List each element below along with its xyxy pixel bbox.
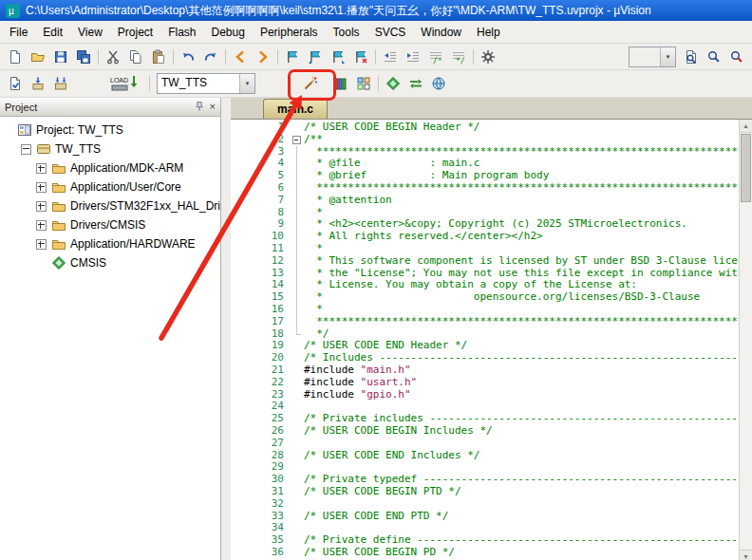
code-text: /* USER CODE BEGIN Includes */ [304,425,493,438]
redo-button[interactable] [199,47,222,67]
paste-button[interactable] [147,47,170,67]
save-button[interactable] [49,47,72,67]
tree-item-application-user-core[interactable]: Application/User/Core [0,177,220,196]
manage-rte-button[interactable] [382,73,404,94]
close-icon[interactable]: × [210,102,216,112]
new-file-button[interactable] [4,47,27,67]
options-for-target-button[interactable] [299,73,322,94]
save-all-icon [76,49,91,65]
pin-icon[interactable] [194,101,205,114]
line-number: 17 [231,316,291,328]
menu-debug[interactable]: Debug [204,22,253,43]
fold-collapse-icon[interactable] [291,134,304,146]
find-in-files-button[interactable] [680,47,703,67]
uvision-window: µ C:\Users\Administrator\Desktop\其他范例啊啊啊… [0,0,752,560]
chevron-down-icon[interactable]: ▼ [239,74,254,93]
fold-margin [291,243,304,255]
file-extensions-icon [333,76,348,91]
toolbar-separator [378,76,379,91]
code-view[interactable]: 1/* USER CODE BEGIN Header */2/**3 *****… [231,120,740,560]
manage-project-items-button[interactable] [352,73,375,94]
fold-margin [291,425,304,438]
tree-item-tw-tts[interactable]: TW_TTS [0,140,220,159]
find-button[interactable] [703,47,725,67]
expand-icon[interactable] [36,239,47,250]
uncomment-selection-button[interactable]: */ [447,47,470,67]
chevron-down-icon[interactable]: ▼ [660,47,675,66]
cut-button[interactable] [102,47,124,67]
line-number: 31 [231,486,291,498]
code-text: * All rights reserved.</center></h2> [304,231,543,243]
menu-peripherals[interactable]: Peripherals [253,22,326,43]
collapse-icon[interactable] [21,144,31,155]
save-all-button[interactable] [72,47,95,67]
load-button[interactable]: LOAD [104,73,146,94]
tree-item-application-hardware[interactable]: Application/HARDWARE [0,234,220,253]
folder-icon [51,179,66,195]
menu-tools[interactable]: Tools [326,22,367,43]
tree-item-label: Drivers/CMSIS [70,218,145,232]
indent-less-button[interactable] [379,47,402,67]
expand-icon[interactable] [36,201,47,212]
bookmark-toggle-button[interactable] [281,47,304,67]
tree-item-drivers-stm32f1xx-hal-driver[interactable]: Drivers/STM32F1xx_HAL_Driver [0,196,220,215]
menu-project[interactable]: Project [110,22,160,43]
tree-item-project-tw-tts[interactable]: Project: TW_TTS [0,121,220,140]
expand-icon[interactable] [36,163,47,174]
save-icon [53,49,68,65]
tree-item-drivers-cmsis[interactable]: Drivers/CMSIS [0,215,220,234]
file-extensions-button[interactable] [329,73,352,94]
svg-text:LOAD: LOAD [110,77,128,84]
tree-item-application-mdk-arm[interactable]: Application/MDK-ARM [0,159,220,177]
line-number: 11 [231,243,291,255]
help-search-icon [729,49,744,65]
line-number: 30 [231,474,291,486]
expand-icon[interactable] [36,220,47,231]
target-select[interactable]: TW_TTS▼ [157,73,255,94]
code-text: /* USER CODE BEGIN PD */ [304,547,455,559]
build-button[interactable] [27,73,49,94]
nav-back-button[interactable] [229,47,252,67]
menu-help[interactable]: Help [469,22,508,43]
menu-window[interactable]: Window [413,22,469,43]
project-panel-title: Project [5,102,37,113]
bookmark-clear-button[interactable] [349,47,372,67]
undo-button[interactable] [177,47,199,67]
folder-icon [51,160,66,176]
fold-margin [291,158,304,170]
indent-more-button[interactable] [402,47,424,67]
translate-button[interactable] [4,73,27,94]
menu-flash[interactable]: Flash [160,22,203,43]
tab-main-c[interactable]: main.c [263,99,328,119]
editor-scrollbar[interactable]: ▲ ▼ [739,120,752,560]
open-folder-button[interactable] [27,47,49,67]
nav-forward-button[interactable] [252,47,274,67]
find-combo[interactable]: ▼ [629,47,676,67]
scrollbar-thumb[interactable] [741,134,751,202]
svg-text:µ: µ [9,6,14,16]
comment-selection-button[interactable]: /* [424,47,447,67]
software-packs-button[interactable] [427,73,450,94]
rte-refresh-button[interactable] [404,73,427,94]
tree-item-cmsis[interactable]: CMSIS [0,253,220,272]
menu-file[interactable]: File [2,22,35,43]
toolbar-separator [225,49,226,65]
scroll-down-icon[interactable]: ▼ [740,550,752,560]
help-search-button[interactable] [725,47,748,67]
rebuild-button[interactable] [49,73,72,94]
bookmark-clear-icon [353,49,368,65]
menu-edit[interactable]: Edit [35,22,70,43]
manage-project-items-icon [356,76,371,91]
fold-margin [291,218,304,231]
menu-svcs[interactable]: SVCS [367,22,414,43]
scroll-up-icon[interactable]: ▲ [740,120,752,133]
configure-button[interactable] [477,47,499,67]
code-line: 23#include "gpio.h" [231,389,740,401]
menu-view[interactable]: View [70,22,110,43]
bookmark-next-button[interactable] [327,47,349,67]
bookmark-prev-button[interactable] [304,47,327,67]
panel-splitter[interactable] [221,98,231,560]
fold-margin [291,522,304,534]
expand-icon[interactable] [36,182,47,193]
copy-button[interactable] [124,47,147,67]
